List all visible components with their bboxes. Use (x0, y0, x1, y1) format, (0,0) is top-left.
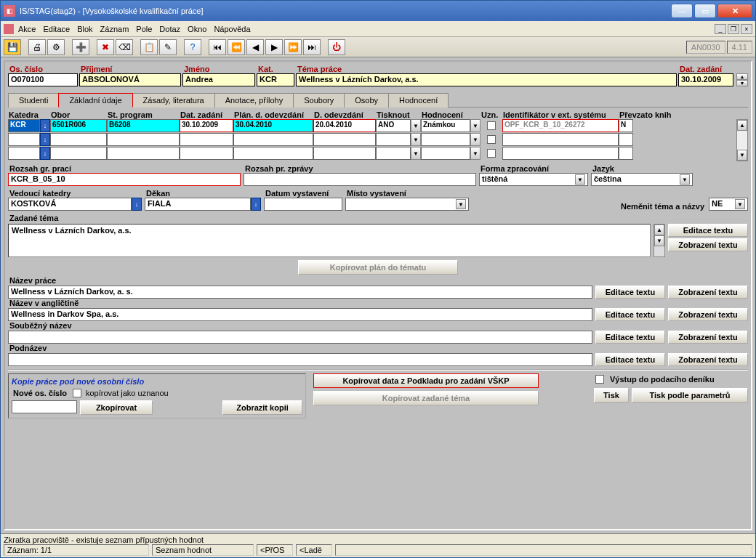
print-icon[interactable]: 🖨 (28, 39, 46, 55)
nazev-en-input[interactable]: Wellness in Darkov Spa, a.s. (8, 308, 592, 321)
mdi-minimize[interactable]: _ (715, 24, 726, 34)
editace-textu-button[interactable]: Editace textu (668, 224, 748, 237)
zobrazit-kopii-button[interactable]: Zobrazit kopii (222, 400, 302, 415)
edit-icon[interactable]: ✎ (159, 39, 177, 55)
window-title: IS/STAG(stag2) - [Vysokoškolské kvalifik… (20, 7, 671, 15)
jmeno-field[interactable]: Andrea (182, 73, 255, 86)
rozsah-pr-input[interactable] (244, 173, 476, 186)
dekan-lookup[interactable]: ↓ (251, 198, 261, 211)
prev-icon[interactable]: ◀ (246, 39, 264, 55)
dat-zadani-field[interactable]: 30.10.2009 (678, 73, 733, 86)
kop-uzn-checkbox[interactable] (73, 389, 81, 397)
menu-pole[interactable]: Pole (136, 25, 152, 33)
nove-os-input[interactable] (12, 400, 77, 413)
tema-scrollbar[interactable]: ▲▼ (654, 224, 665, 257)
podnazev-view-button[interactable]: Zobrazení textu (668, 353, 748, 366)
tab-zakladni-udaje[interactable]: Základní údaje (58, 93, 132, 108)
maximize-button[interactable]: ▭ (694, 4, 716, 18)
soubezny-edit-button[interactable]: Editace textu (595, 331, 665, 344)
cell-tisknout[interactable]: ANO (376, 119, 411, 132)
next-icon[interactable]: ▶ (265, 39, 283, 55)
katedra-dropdown-2[interactable]: ↓ (40, 133, 50, 146)
tab-zasady[interactable]: Zásady, literatura (132, 93, 215, 108)
first-icon[interactable]: ⏮ (209, 39, 226, 55)
help-icon[interactable]: ? (184, 39, 201, 55)
os-cislo-field[interactable]: O070100 (8, 73, 78, 86)
datum-vyst-input[interactable] (264, 198, 342, 211)
menu-zaznam[interactable]: Záznam (100, 25, 129, 33)
podnazev-input[interactable] (8, 353, 592, 366)
dekan-input[interactable]: FIALA (145, 198, 251, 211)
nazev-view-button[interactable]: Zobrazení textu (668, 286, 748, 299)
nazev-en-edit-button[interactable]: Editace textu (595, 308, 665, 321)
menu-editace[interactable]: Editace (43, 25, 70, 33)
katedra-dropdown[interactable]: ↓ (40, 119, 50, 132)
jazyk-select[interactable]: čeština▼ (591, 173, 693, 186)
vedouci-input[interactable]: KOSTKOVÁ (8, 198, 132, 211)
save-icon[interactable]: 💾 (4, 39, 21, 55)
tab-soubory[interactable]: Soubory (293, 93, 345, 108)
tab-studenti[interactable]: Studenti (8, 93, 59, 108)
cell-hodnoceni[interactable]: Známkou (421, 119, 470, 132)
prijmeni-field[interactable]: ABSOLONOVÁ (79, 73, 181, 86)
tisknout-dropdown[interactable]: ▼ (411, 119, 421, 132)
forma-select[interactable]: tištěná▼ (479, 173, 588, 186)
tisk-button[interactable]: Tisk (594, 388, 629, 403)
cell-dodevzdani[interactable]: 20.04.2010 (313, 119, 376, 132)
vedouci-lookup[interactable]: ↓ (132, 198, 142, 211)
nazev-edit-button[interactable]: Editace textu (595, 286, 665, 299)
zobrazeni-textu-button[interactable]: Zobrazení textu (668, 238, 748, 251)
cell-dat-zadani[interactable]: 30.10.2009 (180, 119, 233, 132)
zkopirovat-button[interactable]: Zkopírovat (80, 400, 153, 415)
menu-akce[interactable]: Akce (18, 25, 36, 33)
cell-plan[interactable]: 30.04.2010 (233, 119, 313, 132)
nazev-input[interactable]: Wellness v Lázních Darkov, a. s. (8, 286, 592, 299)
kat-field[interactable]: KCR (257, 73, 294, 86)
uzn-checkbox[interactable] (487, 121, 496, 130)
delete-icon[interactable]: ✖ (97, 39, 114, 55)
cell-katedra[interactable]: KCR (8, 119, 40, 132)
kopirovat-plan-button[interactable]: Kopírovat plán do tématu (298, 260, 458, 275)
mdi-restore[interactable]: ❐ (728, 24, 739, 34)
tema-field[interactable]: Wellness v Lázních Darkov, a.s. (296, 73, 677, 86)
mdi-close[interactable]: × (741, 24, 752, 34)
podnazev-edit-button[interactable]: Editace textu (595, 353, 665, 366)
prev-page-icon[interactable]: ⏪ (228, 39, 245, 55)
next-page-icon[interactable]: ⏩ (284, 39, 302, 55)
scroll-down-button[interactable]: ▼ (736, 80, 748, 86)
menu-blok[interactable]: Blok (77, 25, 92, 33)
exit-icon[interactable]: ⏻ (328, 39, 345, 55)
tab-osoby[interactable]: Osoby (344, 93, 389, 108)
cell-ident[interactable]: OPF_KCR_B_10_26272 (502, 119, 619, 132)
cell-prevzato[interactable]: N (619, 119, 633, 132)
nemenit-select[interactable]: NE▼ (709, 198, 748, 211)
tab-anotace[interactable]: Anotace, přílohy (214, 93, 294, 108)
cell-obor[interactable]: 6501R006 (50, 119, 107, 132)
add-icon[interactable]: ➕ (72, 39, 89, 55)
misto-vyst-select[interactable]: ▼ (345, 198, 469, 211)
nazev-en-view-button[interactable]: Zobrazení textu (668, 308, 748, 321)
menu-napoveda[interactable]: Nápověda (214, 25, 250, 33)
rozsah-gr-input[interactable]: KCR_B_05_10 (8, 173, 241, 186)
clear-icon[interactable]: ⌫ (116, 39, 133, 55)
kopirovat-data-button[interactable]: Kopírovat data z Podkladu pro zadání VŠK… (313, 373, 539, 388)
menu-okno[interactable]: Okno (188, 25, 206, 33)
soubezny-view-button[interactable]: Zobrazení textu (668, 331, 748, 344)
hodnoceni-dropdown[interactable]: ▼ (470, 119, 480, 132)
last-icon[interactable]: ⏭ (303, 39, 321, 55)
scroll-up-button[interactable]: ▲ (736, 73, 748, 80)
soubezny-input[interactable] (8, 331, 592, 344)
print-setup-icon[interactable]: ⚙ (47, 39, 65, 55)
menu-dotaz[interactable]: Dotaz (159, 25, 180, 33)
copy-icon[interactable]: 📋 (140, 39, 158, 55)
vystup-checkbox[interactable] (595, 375, 604, 384)
zadane-tema-textarea[interactable]: Wellness v Lázních Darkov, a.s. (8, 224, 651, 257)
katedra-dropdown-3[interactable]: ↓ (40, 147, 50, 160)
tisk-param-button[interactable]: Tisk podle parametrů (632, 388, 748, 403)
close-button[interactable]: ✕ (717, 4, 752, 18)
tab-hodnoceni[interactable]: Hodnocení (388, 93, 449, 108)
cell-program[interactable]: B6208 (107, 119, 180, 132)
grid-scrollbar[interactable]: ▲ ▼ (736, 119, 748, 161)
minimize-button[interactable]: — (671, 4, 693, 18)
kopirovat-zadane-button[interactable]: Kopírovat zadané téma (313, 391, 539, 405)
